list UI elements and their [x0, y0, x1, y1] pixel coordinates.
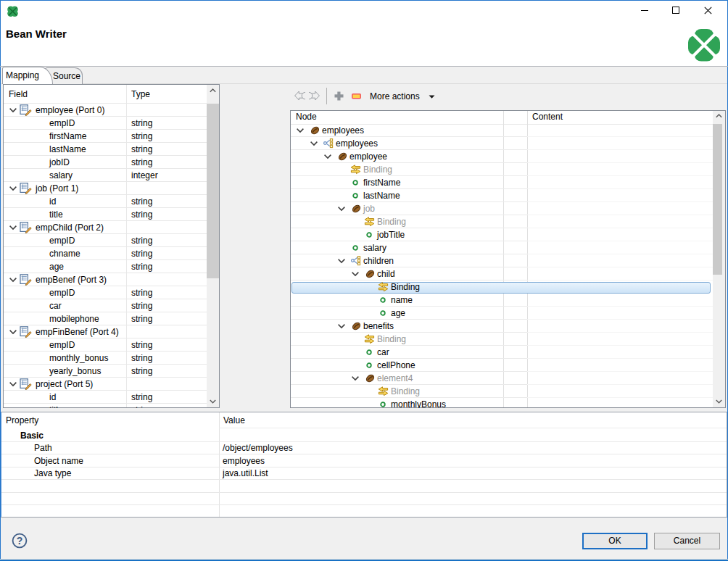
svg-text:?: ? — [17, 535, 23, 547]
